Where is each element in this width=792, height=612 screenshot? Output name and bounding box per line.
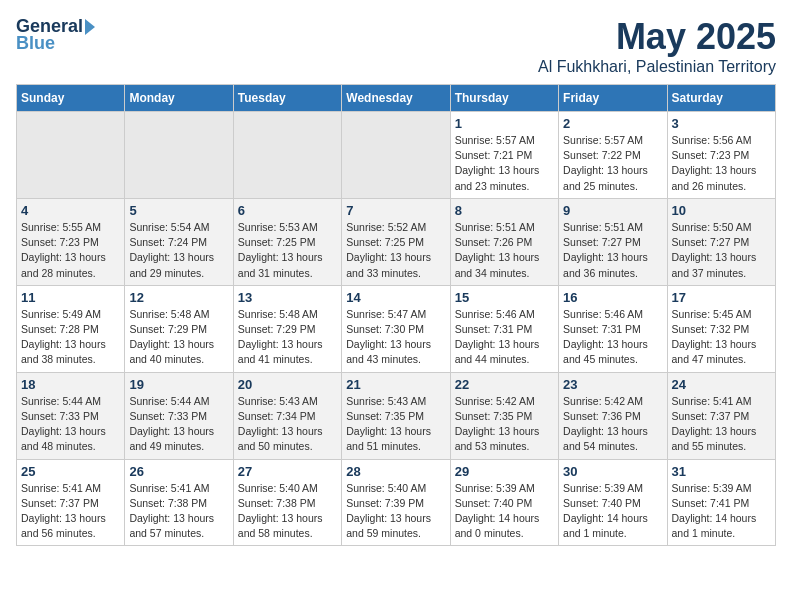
calendar-cell: 8Sunrise: 5:51 AMSunset: 7:26 PMDaylight… bbox=[450, 198, 558, 285]
week-row-3: 11Sunrise: 5:49 AMSunset: 7:28 PMDayligh… bbox=[17, 285, 776, 372]
calendar-cell bbox=[125, 112, 233, 199]
day-info: Sunrise: 5:53 AMSunset: 7:25 PMDaylight:… bbox=[238, 220, 337, 281]
day-number: 5 bbox=[129, 203, 228, 218]
day-number: 2 bbox=[563, 116, 662, 131]
calendar-table: SundayMondayTuesdayWednesdayThursdayFrid… bbox=[16, 84, 776, 546]
column-header-tuesday: Tuesday bbox=[233, 85, 341, 112]
calendar-cell: 10Sunrise: 5:50 AMSunset: 7:27 PMDayligh… bbox=[667, 198, 775, 285]
week-row-5: 25Sunrise: 5:41 AMSunset: 7:37 PMDayligh… bbox=[17, 459, 776, 546]
day-info: Sunrise: 5:41 AMSunset: 7:38 PMDaylight:… bbox=[129, 481, 228, 542]
page-header: General Blue May 2025 Al Fukhkhari, Pale… bbox=[16, 16, 776, 76]
day-info: Sunrise: 5:45 AMSunset: 7:32 PMDaylight:… bbox=[672, 307, 771, 368]
title-block: May 2025 Al Fukhkhari, Palestinian Terri… bbox=[538, 16, 776, 76]
day-number: 13 bbox=[238, 290, 337, 305]
day-info: Sunrise: 5:40 AMSunset: 7:38 PMDaylight:… bbox=[238, 481, 337, 542]
week-row-1: 1Sunrise: 5:57 AMSunset: 7:21 PMDaylight… bbox=[17, 112, 776, 199]
day-number: 29 bbox=[455, 464, 554, 479]
header-row: SundayMondayTuesdayWednesdayThursdayFrid… bbox=[17, 85, 776, 112]
day-number: 4 bbox=[21, 203, 120, 218]
calendar-cell: 2Sunrise: 5:57 AMSunset: 7:22 PMDaylight… bbox=[559, 112, 667, 199]
day-number: 11 bbox=[21, 290, 120, 305]
day-number: 18 bbox=[21, 377, 120, 392]
calendar-cell: 21Sunrise: 5:43 AMSunset: 7:35 PMDayligh… bbox=[342, 372, 450, 459]
column-header-friday: Friday bbox=[559, 85, 667, 112]
day-number: 28 bbox=[346, 464, 445, 479]
day-number: 14 bbox=[346, 290, 445, 305]
calendar-cell: 24Sunrise: 5:41 AMSunset: 7:37 PMDayligh… bbox=[667, 372, 775, 459]
day-info: Sunrise: 5:47 AMSunset: 7:30 PMDaylight:… bbox=[346, 307, 445, 368]
day-number: 21 bbox=[346, 377, 445, 392]
calendar-cell: 16Sunrise: 5:46 AMSunset: 7:31 PMDayligh… bbox=[559, 285, 667, 372]
calendar-cell: 27Sunrise: 5:40 AMSunset: 7:38 PMDayligh… bbox=[233, 459, 341, 546]
day-number: 23 bbox=[563, 377, 662, 392]
day-info: Sunrise: 5:56 AMSunset: 7:23 PMDaylight:… bbox=[672, 133, 771, 194]
day-info: Sunrise: 5:41 AMSunset: 7:37 PMDaylight:… bbox=[672, 394, 771, 455]
day-info: Sunrise: 5:39 AMSunset: 7:41 PMDaylight:… bbox=[672, 481, 771, 542]
calendar-cell: 19Sunrise: 5:44 AMSunset: 7:33 PMDayligh… bbox=[125, 372, 233, 459]
day-info: Sunrise: 5:42 AMSunset: 7:36 PMDaylight:… bbox=[563, 394, 662, 455]
calendar-cell: 9Sunrise: 5:51 AMSunset: 7:27 PMDaylight… bbox=[559, 198, 667, 285]
day-info: Sunrise: 5:57 AMSunset: 7:22 PMDaylight:… bbox=[563, 133, 662, 194]
calendar-cell: 3Sunrise: 5:56 AMSunset: 7:23 PMDaylight… bbox=[667, 112, 775, 199]
calendar-cell: 25Sunrise: 5:41 AMSunset: 7:37 PMDayligh… bbox=[17, 459, 125, 546]
day-number: 25 bbox=[21, 464, 120, 479]
calendar-cell: 22Sunrise: 5:42 AMSunset: 7:35 PMDayligh… bbox=[450, 372, 558, 459]
logo-blue-text: Blue bbox=[16, 33, 55, 54]
week-row-2: 4Sunrise: 5:55 AMSunset: 7:23 PMDaylight… bbox=[17, 198, 776, 285]
day-number: 19 bbox=[129, 377, 228, 392]
day-number: 10 bbox=[672, 203, 771, 218]
day-info: Sunrise: 5:39 AMSunset: 7:40 PMDaylight:… bbox=[455, 481, 554, 542]
day-info: Sunrise: 5:51 AMSunset: 7:27 PMDaylight:… bbox=[563, 220, 662, 281]
day-number: 30 bbox=[563, 464, 662, 479]
week-row-4: 18Sunrise: 5:44 AMSunset: 7:33 PMDayligh… bbox=[17, 372, 776, 459]
calendar-cell: 29Sunrise: 5:39 AMSunset: 7:40 PMDayligh… bbox=[450, 459, 558, 546]
day-number: 27 bbox=[238, 464, 337, 479]
calendar-cell: 14Sunrise: 5:47 AMSunset: 7:30 PMDayligh… bbox=[342, 285, 450, 372]
calendar-cell bbox=[342, 112, 450, 199]
day-info: Sunrise: 5:39 AMSunset: 7:40 PMDaylight:… bbox=[563, 481, 662, 542]
calendar-cell: 28Sunrise: 5:40 AMSunset: 7:39 PMDayligh… bbox=[342, 459, 450, 546]
day-info: Sunrise: 5:48 AMSunset: 7:29 PMDaylight:… bbox=[129, 307, 228, 368]
day-info: Sunrise: 5:50 AMSunset: 7:27 PMDaylight:… bbox=[672, 220, 771, 281]
column-header-thursday: Thursday bbox=[450, 85, 558, 112]
calendar-subtitle: Al Fukhkhari, Palestinian Territory bbox=[538, 58, 776, 76]
day-number: 16 bbox=[563, 290, 662, 305]
day-info: Sunrise: 5:55 AMSunset: 7:23 PMDaylight:… bbox=[21, 220, 120, 281]
calendar-cell: 1Sunrise: 5:57 AMSunset: 7:21 PMDaylight… bbox=[450, 112, 558, 199]
day-number: 26 bbox=[129, 464, 228, 479]
calendar-cell: 30Sunrise: 5:39 AMSunset: 7:40 PMDayligh… bbox=[559, 459, 667, 546]
day-number: 9 bbox=[563, 203, 662, 218]
day-number: 12 bbox=[129, 290, 228, 305]
day-info: Sunrise: 5:46 AMSunset: 7:31 PMDaylight:… bbox=[563, 307, 662, 368]
calendar-cell: 31Sunrise: 5:39 AMSunset: 7:41 PMDayligh… bbox=[667, 459, 775, 546]
logo-arrow-icon bbox=[85, 19, 95, 35]
day-info: Sunrise: 5:48 AMSunset: 7:29 PMDaylight:… bbox=[238, 307, 337, 368]
day-number: 17 bbox=[672, 290, 771, 305]
calendar-cell: 5Sunrise: 5:54 AMSunset: 7:24 PMDaylight… bbox=[125, 198, 233, 285]
day-info: Sunrise: 5:49 AMSunset: 7:28 PMDaylight:… bbox=[21, 307, 120, 368]
calendar-cell: 18Sunrise: 5:44 AMSunset: 7:33 PMDayligh… bbox=[17, 372, 125, 459]
calendar-cell: 7Sunrise: 5:52 AMSunset: 7:25 PMDaylight… bbox=[342, 198, 450, 285]
column-header-monday: Monday bbox=[125, 85, 233, 112]
day-info: Sunrise: 5:44 AMSunset: 7:33 PMDaylight:… bbox=[21, 394, 120, 455]
calendar-cell: 4Sunrise: 5:55 AMSunset: 7:23 PMDaylight… bbox=[17, 198, 125, 285]
column-header-wednesday: Wednesday bbox=[342, 85, 450, 112]
calendar-title: May 2025 bbox=[538, 16, 776, 58]
day-number: 22 bbox=[455, 377, 554, 392]
day-info: Sunrise: 5:43 AMSunset: 7:35 PMDaylight:… bbox=[346, 394, 445, 455]
day-number: 20 bbox=[238, 377, 337, 392]
calendar-cell: 6Sunrise: 5:53 AMSunset: 7:25 PMDaylight… bbox=[233, 198, 341, 285]
logo: General Blue bbox=[16, 16, 95, 54]
day-info: Sunrise: 5:51 AMSunset: 7:26 PMDaylight:… bbox=[455, 220, 554, 281]
day-info: Sunrise: 5:52 AMSunset: 7:25 PMDaylight:… bbox=[346, 220, 445, 281]
calendar-cell: 17Sunrise: 5:45 AMSunset: 7:32 PMDayligh… bbox=[667, 285, 775, 372]
day-info: Sunrise: 5:40 AMSunset: 7:39 PMDaylight:… bbox=[346, 481, 445, 542]
column-header-saturday: Saturday bbox=[667, 85, 775, 112]
calendar-cell: 15Sunrise: 5:46 AMSunset: 7:31 PMDayligh… bbox=[450, 285, 558, 372]
day-number: 7 bbox=[346, 203, 445, 218]
day-number: 24 bbox=[672, 377, 771, 392]
calendar-cell bbox=[233, 112, 341, 199]
day-info: Sunrise: 5:44 AMSunset: 7:33 PMDaylight:… bbox=[129, 394, 228, 455]
column-header-sunday: Sunday bbox=[17, 85, 125, 112]
day-info: Sunrise: 5:43 AMSunset: 7:34 PMDaylight:… bbox=[238, 394, 337, 455]
